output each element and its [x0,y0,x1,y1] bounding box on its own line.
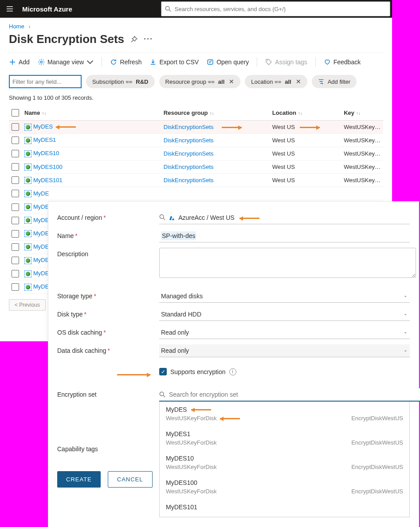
row-name-link[interactable]: MyDE [33,217,49,223]
name-field[interactable]: SP-with-des [159,230,410,242]
filter-icon [318,78,324,85]
os-cache-select[interactable]: Read only⌄ [159,326,410,339]
table-row[interactable]: MyDES101DiskEncryptionSetsWest USWestUSK… [9,174,383,187]
row-checkbox[interactable] [12,203,19,211]
create-button[interactable]: CREATE [57,471,101,488]
row-checkbox[interactable] [12,283,19,291]
previous-button[interactable]: < Previous [9,299,46,311]
cancel-button[interactable]: CANCEL [108,471,153,488]
disk-type-select[interactable]: Standard HDD⌄ [159,308,410,321]
dropdown-option[interactable]: MyDESWestUSKeyForDisk EncryptDiskWestUS [160,402,409,426]
row-name-link[interactable]: MyDE [33,283,49,290]
option-key: WestUSKeyForDisk [166,439,217,446]
pill-add-filter[interactable]: Add filter [312,75,357,88]
col-loc[interactable]: Location↑↓ [270,105,341,121]
row-name-link[interactable]: MyDES100 [33,164,63,170]
heart-icon [324,59,331,66]
option-name: MyDES10 [166,455,194,462]
add-label: Add [19,59,30,66]
row-rg-link[interactable]: DiskEncryptionSets [164,124,214,130]
close-icon[interactable]: ✕ [229,78,234,85]
select-all-checkbox[interactable] [12,109,19,117]
row-rg-link[interactable]: DiskEncryptionSets [164,164,214,170]
description-textarea[interactable] [159,248,416,278]
row-checkbox[interactable] [12,190,19,197]
col-name[interactable]: Name↑↓ [22,105,161,121]
feedback-button[interactable]: Feedback [324,59,361,66]
dropdown-option[interactable]: MyDES100WestUSKeyForDiskEncryptDiskWestU… [160,475,409,499]
row-name-link[interactable]: MyDES101 [33,177,63,183]
option-name: MyDES100 [166,479,197,486]
disk-encryption-set-icon [24,137,31,144]
row-checkbox[interactable] [12,176,19,184]
add-button[interactable]: Add [9,59,30,66]
col-key[interactable]: Key↑↓ [341,105,383,121]
dropdown-option[interactable]: MyDES101 [160,499,409,517]
manage-view-button[interactable]: Manage view [38,59,94,66]
global-search-input[interactable] [174,5,386,13]
table-row[interactable]: MyDES DiskEncryptionSets West US WestUSK… [9,121,383,134]
row-location: West US [270,121,341,134]
pill-resource-group[interactable]: Resource group == all ✕ [159,75,241,88]
export-csv-button[interactable]: Export to CSV [149,59,199,66]
row-checkbox[interactable] [12,270,19,277]
filter-input[interactable] [9,75,82,88]
row-rg-link[interactable]: DiskEncryptionSets [164,137,214,144]
storage-type-select[interactable]: Managed disks⌄ [159,290,410,303]
table-row[interactable]: MyDES100DiskEncryptionSetsWest USWestUSK… [9,160,383,174]
row-name-link[interactable]: MyDE [33,230,49,237]
breadcrumb-home[interactable]: Home [9,23,24,30]
brand-title: Microsoft Azure [22,5,72,13]
arrow-right-icon [300,127,320,128]
row-name-link[interactable]: MyDES [33,123,53,130]
encryption-set-search[interactable] [159,388,420,402]
row-checkbox[interactable] [12,217,19,224]
chevron-down-icon: ⌄ [404,312,407,316]
row-name-link[interactable]: MyDE [33,190,49,197]
row-checkbox[interactable] [12,137,19,144]
pin-icon[interactable] [130,32,137,46]
row-checkbox[interactable] [12,230,19,238]
row-checkbox[interactable] [12,150,19,157]
pill-location[interactable]: Location == all ✕ [245,75,307,88]
col-rg[interactable]: Resource group↑↓ [161,105,270,121]
disk-encryption-set-icon [24,230,31,237]
supports-encryption-checkbox[interactable]: ✓ [159,368,167,375]
pill-subscription[interactable]: Subscription == R&D [86,75,155,88]
arrow-right-icon [117,374,150,375]
account-region-field[interactable]: AzureAcc / West US [159,211,410,224]
row-name-link[interactable]: MyDE [33,243,49,250]
row-rg-link[interactable]: DiskEncryptionSets [164,177,214,183]
page-title-text: Disk Encryption Sets [9,32,124,46]
more-icon[interactable]: ··· [144,35,153,44]
global-search[interactable] [161,1,390,16]
row-checkbox[interactable] [12,123,19,131]
row-name-link[interactable]: MyDE [33,203,49,210]
option-vault: EncryptDiskWestUS [351,488,403,495]
search-icon [165,6,171,12]
row-checkbox[interactable] [12,243,19,251]
create-panel: Account / region* AzureAcc / West US Nam… [48,201,419,527]
open-query-button[interactable]: Open query [207,59,249,66]
row-checkbox[interactable] [12,163,19,171]
info-icon[interactable]: i [229,368,236,375]
data-cache-select[interactable]: Read only⌄ [159,344,410,357]
dropdown-option[interactable]: MyDES10WestUSKeyForDiskEncryptDiskWestUS [160,450,409,475]
row-rg-link[interactable]: DiskEncryptionSets [164,150,214,157]
close-icon[interactable]: ✕ [296,78,301,85]
hamburger-menu-button[interactable] [0,0,20,18]
row-checkbox[interactable] [12,257,19,264]
account-region-label: Account / region* [57,211,150,221]
name-label: Name* [57,230,150,239]
row-name-link[interactable]: MyDES10 [33,150,59,156]
table-row[interactable]: MyDES10DiskEncryptionSetsWest USWestUSKe… [9,147,383,160]
dropdown-option[interactable]: MyDES1WestUSKeyForDiskEncryptDiskWestUS [160,426,409,450]
refresh-button[interactable]: Refresh [110,59,141,66]
row-name-link[interactable]: MyDES1 [33,137,56,143]
table-row[interactable]: MyDES1DiskEncryptionSetsWest USWestUSKey… [9,134,383,147]
row-name-link[interactable]: MyDE [33,270,49,277]
table-row[interactable]: MyDE [9,187,383,200]
pill-sub-label: Subscription == [92,78,132,85]
open-query-label: Open query [216,59,249,66]
row-name-link[interactable]: MyDE [33,257,49,263]
